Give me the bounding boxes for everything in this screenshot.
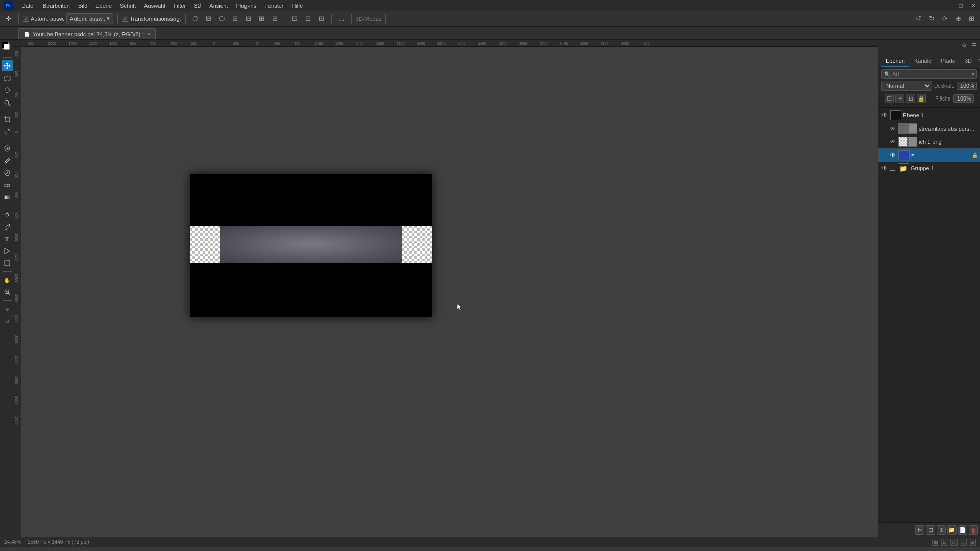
align-to-selection-btn[interactable]: ⊡ <box>303 13 314 24</box>
layer-vis-gruppe1[interactable]: 👁 <box>880 164 889 172</box>
align-center-v-btn[interactable]: ⊟ <box>243 13 254 24</box>
tool-eraser[interactable] <box>2 180 13 191</box>
filter-art-btn[interactable]: ⊡ <box>906 94 915 103</box>
close-btn[interactable]: ✕ <box>971 2 976 9</box>
panel-menu-icon[interactable]: ≡ <box>976 57 980 65</box>
menu-3d[interactable]: 3D <box>194 3 201 9</box>
layer-action-mask[interactable]: ⊟ <box>926 525 935 535</box>
rotate-view-btn[interactable]: ⟳ <box>939 13 950 24</box>
tool-pen[interactable] <box>2 221 13 232</box>
menu-auswahl[interactable]: Auswahl <box>144 3 165 9</box>
status-icon1[interactable]: ▦ <box>932 539 939 546</box>
auto-select-checkbox[interactable]: ✓ <box>23 16 29 22</box>
svg-line-16 <box>8 293 10 295</box>
maximize-btn[interactable]: □ <box>959 2 963 9</box>
document-tab[interactable]: 📄 Youtube Banner.psdc bei 24,5% (z, RGB/… <box>18 28 156 39</box>
tool-path-select[interactable] <box>2 245 13 257</box>
filter-all-btn[interactable]: 🔒 <box>917 94 926 103</box>
align-center-h-btn[interactable]: ⊟ <box>203 13 214 24</box>
tool-lasso[interactable] <box>2 85 13 96</box>
menu-schrift[interactable]: Schrift <box>120 3 136 9</box>
pin-btn[interactable]: ⊕ <box>952 13 964 24</box>
tool-extra2[interactable]: ⊡ <box>2 316 13 327</box>
menu-bearbeiten[interactable]: Bearbeiten <box>43 3 70 9</box>
tool-clone-stamp[interactable] <box>2 167 13 179</box>
tool-eyedropper[interactable] <box>2 126 13 137</box>
canvas-area[interactable]: -800 -1600 -1400 -1200 -1000 -800 -600 -… <box>14 40 878 537</box>
menu-ebene[interactable]: Ebene <box>95 3 112 9</box>
layer-filter-type-icon[interactable]: ▾ <box>972 71 974 77</box>
menu-plugins[interactable]: Plug-ins <box>236 3 256 9</box>
doc-tab-close-btn[interactable]: × <box>148 31 151 37</box>
layer-item-ebene1[interactable]: 👁 Ebene 1 <box>878 109 980 122</box>
status-icon4[interactable]: ▭ <box>960 539 967 546</box>
align-left-btn[interactable]: ⬡ <box>190 13 201 24</box>
panel-arrange-icon[interactable]: ☰ <box>970 42 978 50</box>
menu-bild[interactable]: Bild <box>78 3 87 9</box>
filter-pos-btn[interactable]: ✛ <box>895 94 904 103</box>
layer-item-gruppe1[interactable]: 👁 📁 Gruppe 1 <box>878 162 980 175</box>
minimize-btn[interactable]: ─ <box>946 2 951 9</box>
layer-expand-gruppe1[interactable] <box>890 166 895 171</box>
tool-hand[interactable]: ✋ <box>2 274 13 286</box>
status-icon2[interactable]: ⊡ <box>941 539 948 546</box>
tool-select-rect[interactable] <box>2 72 13 84</box>
layer-action-new[interactable]: 📄 <box>958 525 967 535</box>
tool-shape[interactable] <box>2 258 13 269</box>
tool-brush[interactable] <box>2 155 13 166</box>
opacity-value[interactable]: 100% <box>957 82 977 90</box>
align-to-key-btn[interactable]: ⊡ <box>316 13 327 24</box>
redo-btn[interactable]: ↻ <box>926 13 937 24</box>
layer-vis-z[interactable]: 👁 <box>889 151 897 159</box>
undo-btn[interactable]: ↺ <box>913 13 924 24</box>
tab-ebenen[interactable]: Ebenen <box>881 56 909 67</box>
status-icon3[interactable]: □ <box>950 539 958 546</box>
panel-settings-icon[interactable]: ⚙ <box>960 42 968 50</box>
layer-item-z[interactable]: 👁 z 🔒 <box>878 148 980 162</box>
artboard-btn[interactable]: ⊞ <box>966 13 977 24</box>
layer-action-adj[interactable]: ⊕ <box>937 525 946 535</box>
tool-quick-select[interactable] <box>2 97 13 108</box>
tool-dodge[interactable] <box>2 209 13 220</box>
tool-gradient[interactable] <box>2 192 13 203</box>
main-layout: T ✋ ⊕ ⊡ <box>0 40 980 537</box>
align-to-canvas-btn[interactable]: ⊡ <box>289 13 301 24</box>
align-right-btn[interactable]: ⬡ <box>216 13 228 24</box>
flaeche-value[interactable]: 100% <box>953 94 974 103</box>
blend-mode-select[interactable]: Normal <box>881 81 932 91</box>
more-options-btn[interactable]: ... <box>336 13 347 24</box>
tool-move[interactable] <box>2 60 13 71</box>
layer-search-input[interactable] <box>892 71 970 77</box>
layer-item-streamlabs[interactable]: 👁 streamlabs obs personal use <box>878 122 980 135</box>
tool-type[interactable]: T <box>2 233 13 244</box>
layer-item-ich1png[interactable]: 👁 ich 1 png <box>878 135 980 148</box>
auto-select-dropdown[interactable]: Autom. ausw.. ▾ <box>66 13 113 24</box>
transform-checkbox[interactable]: ✓ <box>122 16 128 22</box>
align-bottom-btn[interactable]: ⊞ <box>256 13 267 24</box>
tool-extra1[interactable]: ⊕ <box>2 304 13 315</box>
sep4 <box>285 14 285 24</box>
layer-vis-ebene1[interactable]: 👁 <box>880 111 889 119</box>
tab-3d[interactable]: 3D <box>961 56 976 67</box>
menu-filter[interactable]: Filter <box>174 3 186 9</box>
tab-pfade[interactable]: Pfade <box>937 56 960 67</box>
filter-pixel-btn[interactable]: ☐ <box>885 94 894 103</box>
layer-vis-streamlabs[interactable]: 👁 <box>889 124 897 133</box>
menu-ansicht[interactable]: Ansicht <box>209 3 228 9</box>
layer-action-fx[interactable]: fx <box>915 525 924 535</box>
layer-vis-ich1png[interactable]: 👁 <box>889 138 897 146</box>
align-top-btn[interactable]: ⊞ <box>230 13 241 24</box>
menu-fenster[interactable]: Fenster <box>264 3 283 9</box>
layer-action-delete[interactable]: 🗑 <box>969 525 978 535</box>
tool-crop[interactable] <box>2 114 13 125</box>
tool-zoom[interactable] <box>2 287 13 298</box>
status-icon5[interactable]: ⊞ <box>969 539 976 546</box>
menu-datei[interactable]: Datei <box>21 3 35 9</box>
menu-hilfe[interactable]: Hilfe <box>291 3 303 9</box>
tool-healing[interactable] <box>2 143 13 154</box>
layer-action-group[interactable]: 📁 <box>947 525 957 535</box>
tab-kanaele[interactable]: Kanäle <box>910 56 936 67</box>
distribute-btn[interactable]: ⊞ <box>270 13 281 24</box>
fg-bg-colors[interactable] <box>2 42 13 53</box>
layer-thumb-ich1png-img <box>898 137 908 147</box>
